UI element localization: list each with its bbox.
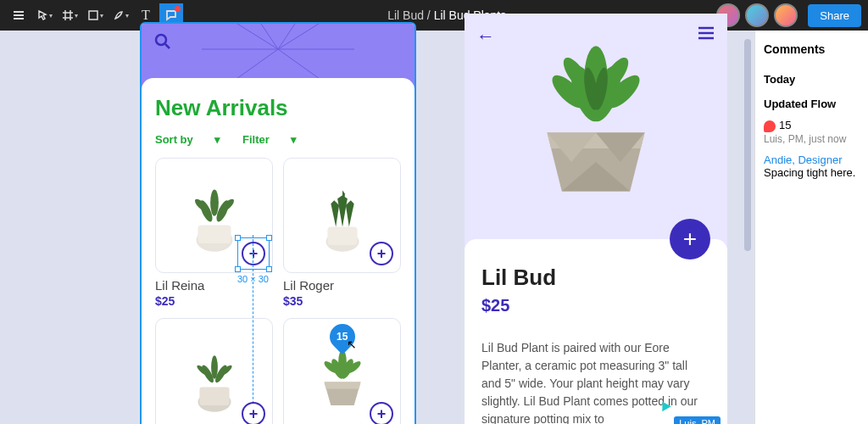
detail-body: + Lil Bud $25 Lil Bud Plant is paired wi… <box>465 239 727 424</box>
selection-dimensions: 30 × 30 <box>237 274 269 284</box>
svg-point-28 <box>338 350 347 375</box>
search-icon[interactable] <box>153 39 172 53</box>
svg-line-3 <box>278 22 312 49</box>
menu-icon[interactable] <box>7 3 31 27</box>
svg-point-23 <box>211 356 218 379</box>
svg-rect-11 <box>198 226 231 243</box>
frame-detail[interactable]: ← <box>465 14 727 424</box>
add-button[interactable]: + <box>242 402 265 424</box>
notification-dot-icon <box>175 6 181 12</box>
shape-tool-icon[interactable]: ▾ <box>83 3 107 27</box>
comments-flow-title: Updated Flow <box>764 98 860 110</box>
cursor-icon: ↖ <box>347 338 357 351</box>
collaborator-avatars <box>716 3 798 27</box>
arrivals-body: New Arrivals Sort by ▾ Filter ▾ + 30 × 3… <box>142 78 415 424</box>
breadcrumb-folder: Lil Bud <box>387 8 424 22</box>
add-button[interactable]: + <box>370 402 393 424</box>
share-button[interactable]: Share <box>808 4 861 27</box>
add-button[interactable]: + <box>370 242 393 265</box>
detail-price: $25 <box>481 296 710 315</box>
svg-rect-20 <box>199 388 229 405</box>
comment-item[interactable]: Andie, Designer Spacing tight here. <box>764 153 860 179</box>
pointer-tool-icon[interactable]: ▾ <box>32 3 56 27</box>
canvas[interactable]: New Arrivals Sort by ▾ Filter ▾ + 30 × 3… <box>0 31 751 424</box>
svg-line-2 <box>244 22 278 49</box>
avatar[interactable] <box>745 3 769 27</box>
comments-today-label: Today <box>764 73 860 86</box>
back-icon[interactable]: ← <box>476 25 495 47</box>
product-price: $35 <box>283 294 401 308</box>
product-card[interactable]: + 30 × 30 <box>155 158 273 273</box>
detail-description: Lil Bud Plant is paired with our Eore Pl… <box>481 339 710 424</box>
comment-author: Andie, Designer <box>764 153 843 166</box>
svg-rect-18 <box>327 227 357 245</box>
comment-text: Spacing tight here. <box>764 166 855 179</box>
product-grid: + 30 × 30 Lil Reina $25 + <box>155 158 401 424</box>
svg-point-9 <box>156 35 166 45</box>
detail-title: Lil Bud <box>481 265 710 291</box>
hamburger-icon[interactable] <box>697 25 715 44</box>
plant-image <box>300 174 385 257</box>
frame-tool-icon[interactable]: ▾ <box>58 3 81 27</box>
collaborator-cursor-tag: Luis, PM <box>674 416 721 424</box>
filter-button[interactable]: Filter ▾ <box>242 133 297 146</box>
product-card[interactable]: + 15 ↖ <box>283 318 401 424</box>
sort-button[interactable]: Sort by ▾ <box>155 133 220 146</box>
product-card[interactable]: + <box>155 318 273 424</box>
svg-point-14 <box>210 190 219 216</box>
pen-tool-icon[interactable]: ▾ <box>108 3 132 27</box>
product-price: $25 <box>155 294 273 308</box>
comment-pin-icon <box>764 120 776 132</box>
top-toolbar: ▾ ▾ ▾ ▾ T Lil Bud / Lil Bud Plants ▾ Sha… <box>0 0 868 31</box>
plant-image <box>172 334 257 417</box>
svg-line-1 <box>210 22 278 49</box>
svg-line-4 <box>278 22 346 49</box>
arrivals-title: New Arrivals <box>155 95 401 121</box>
comment-item[interactable]: 15 Luis, PM, just now <box>764 119 860 145</box>
comments-header: Comments <box>764 42 860 56</box>
comments-panel: Comments Today Updated Flow 15 Luis, PM,… <box>754 31 868 424</box>
fab-add-button[interactable]: + <box>670 219 710 259</box>
svg-rect-0 <box>89 11 97 20</box>
comment-meta: Luis, PM, just now <box>764 133 846 145</box>
scrollbar[interactable] <box>744 39 751 251</box>
frame-arrivals[interactable]: New Arrivals Sort by ▾ Filter ▾ + 30 × 3… <box>140 22 416 424</box>
avatar[interactable] <box>774 3 798 27</box>
hero-plant-image <box>498 25 693 220</box>
detail-hero: ← <box>465 14 727 251</box>
selection-handles[interactable] <box>235 235 272 272</box>
product-name: Lil Roger <box>283 278 401 293</box>
sort-filter-row: Sort by ▾ Filter ▾ <box>155 133 401 146</box>
product-card[interactable]: + <box>283 158 401 273</box>
